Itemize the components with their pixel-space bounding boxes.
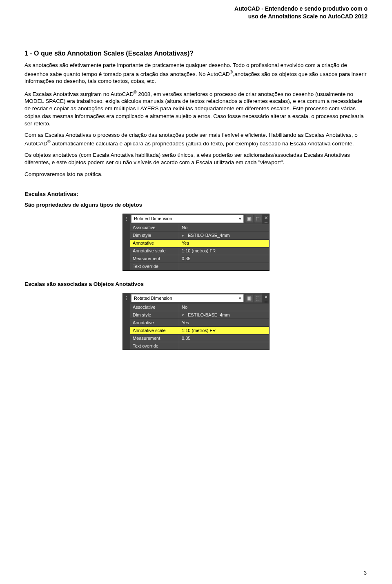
property-row[interactable]: AssociativeNo: [130, 303, 269, 311]
section-heading: 1 - O que são Annotation Scales (Escalas…: [24, 49, 368, 58]
property-label: Text override: [130, 263, 179, 270]
paragraph-2: As Escalas Anotativas surgiram no AutoCA…: [24, 89, 368, 128]
pickadd-icon[interactable]: ⬚: [254, 294, 262, 302]
panel-side-grip[interactable]: [123, 224, 130, 270]
header-line-1: AutoCAD - Entendendo e sendo produtivo c…: [24, 5, 368, 13]
panel-grip[interactable]: [123, 293, 130, 303]
property-label: Annotative scale: [130, 247, 179, 255]
object-type-selector[interactable]: Rotated Dimension ▾: [131, 294, 244, 302]
property-label: Associative: [130, 303, 179, 311]
property-label: Associative: [130, 224, 179, 232]
property-row[interactable]: Text override: [130, 263, 269, 270]
paragraph-5: Comprovaremos isto na prática.: [24, 171, 368, 178]
chevron-down-icon[interactable]: ▾: [237, 215, 243, 223]
property-label: Annotative: [130, 319, 179, 326]
properties-rows: AssociativeNoDim style⦡ESTILO-BASE_4mmAn…: [130, 303, 269, 350]
property-label: Dim style: [130, 232, 179, 239]
property-value[interactable]: No: [179, 224, 269, 232]
property-row[interactable]: Measurement0.35: [130, 334, 269, 342]
paragraph-4: Os objetos anotativos (com Escala Anotat…: [24, 152, 368, 166]
object-type-selector[interactable]: Rotated Dimension ▾: [131, 215, 244, 223]
quick-select-icon[interactable]: ▣: [245, 294, 253, 302]
paragraph-1: As anotações são efetivamente parte impo…: [24, 62, 368, 85]
property-value[interactable]: No: [179, 303, 269, 311]
subheading-propriedades: São propriedades de alguns tipos de obje…: [24, 201, 368, 209]
property-value[interactable]: Yes: [179, 319, 269, 326]
property-row[interactable]: Annotative scale1:10 (metros) FR: [130, 326, 269, 334]
property-row[interactable]: Measurement0.35: [130, 255, 269, 263]
quick-select-icon[interactable]: ▣: [245, 215, 253, 223]
property-label: Annotative scale: [130, 327, 179, 334]
property-value[interactable]: 1:10 (metros) FR: [179, 247, 269, 255]
properties-panel-2: Rotated Dimension ▾ ▣ ⬚ ✕ ☰ AssociativeN…: [24, 293, 368, 350]
property-row[interactable]: AnnotativeYes: [130, 319, 269, 326]
page-number: 3: [364, 569, 367, 577]
annotative-icon: ⦡: [182, 313, 186, 317]
property-value[interactable]: ⦡ESTILO-BASE_4mm: [179, 232, 269, 239]
property-value[interactable]: 0.35: [179, 334, 269, 342]
chevron-down-icon[interactable]: ▾: [237, 294, 243, 302]
page-header: AutoCAD - Entendendo e sendo produtivo c…: [24, 0, 368, 20]
property-value[interactable]: Yes: [179, 240, 269, 247]
property-row[interactable]: AnnotativeYes: [130, 239, 269, 247]
property-value[interactable]: [179, 263, 269, 270]
subheading-associadas: Escalas são associadas a Objetos Anotati…: [24, 281, 368, 288]
property-label: Annotative: [130, 240, 179, 247]
close-icon[interactable]: ✕: [264, 294, 268, 300]
paragraph-3: Com as Escalas Anotativas o processo de …: [24, 132, 368, 147]
property-value[interactable]: ⦡ESTILO-BASE_4mm: [179, 311, 269, 319]
property-row[interactable]: Text override: [130, 342, 269, 350]
property-row[interactable]: Dim style⦡ESTILO-BASE_4mm: [130, 311, 269, 319]
property-row[interactable]: AssociativeNo: [130, 224, 269, 232]
properties-panel-1: Rotated Dimension ▾ ▣ ⬚ ✕ ☰ AssociativeN…: [24, 214, 368, 271]
property-value[interactable]: 1:10 (metros) FR: [179, 327, 269, 334]
property-value[interactable]: 0.35: [179, 255, 269, 263]
property-label: Text override: [130, 342, 179, 350]
annotative-icon: ⦡: [182, 234, 186, 238]
properties-rows: AssociativeNoDim style⦡ESTILO-BASE_4mmAn…: [130, 224, 269, 270]
header-line-2: uso de Annotations Scale no AutoCAD 2012: [24, 13, 368, 20]
property-label: Measurement: [130, 334, 179, 342]
property-value[interactable]: [179, 342, 269, 350]
property-row[interactable]: Dim style⦡ESTILO-BASE_4mm: [130, 232, 269, 239]
property-label: Dim style: [130, 311, 179, 319]
panel-grip[interactable]: [123, 214, 130, 224]
property-label: Measurement: [130, 255, 179, 263]
subheading-escalas-anotativas: Escalas Anotativas:: [24, 190, 368, 198]
close-icon[interactable]: ✕: [264, 215, 268, 221]
panel-side-grip[interactable]: [123, 303, 130, 350]
property-row[interactable]: Annotative scale1:10 (metros) FR: [130, 247, 269, 255]
pickadd-icon[interactable]: ⬚: [254, 215, 262, 223]
